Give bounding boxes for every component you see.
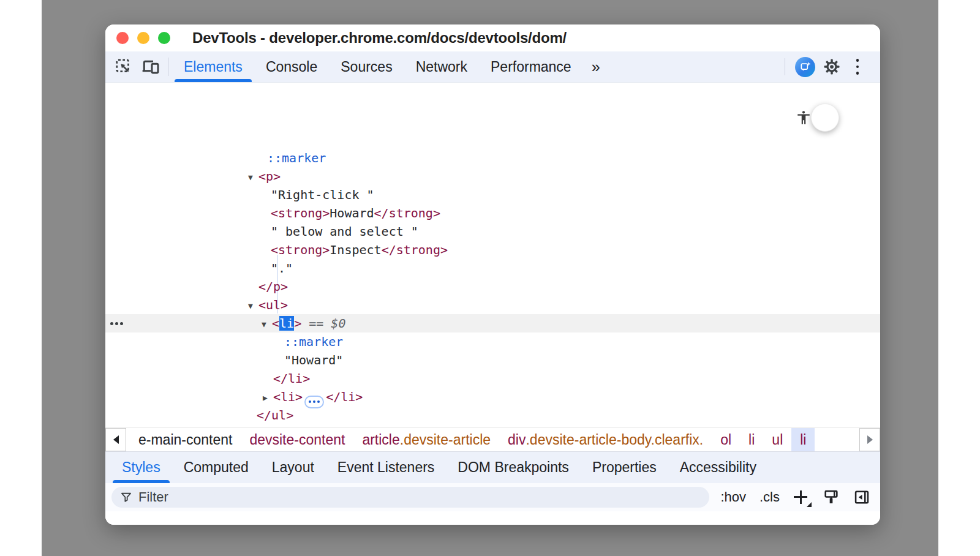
crumb-part-tag: li — [748, 432, 755, 448]
row-overflow-dots-icon — [110, 314, 123, 332]
accessibility-fab[interactable] — [811, 103, 839, 132]
tab-styles[interactable]: Styles — [110, 452, 172, 483]
sidebar-toggle-icon[interactable] — [853, 489, 870, 506]
crumb-part-tag: ul — [772, 432, 783, 448]
paint-roller-icon[interactable] — [823, 489, 840, 506]
tab-layout[interactable]: Layout — [260, 452, 326, 483]
node-segment-string: "Right-click " — [271, 187, 374, 202]
breadcrumb-item[interactable]: article.devsite-article — [353, 428, 499, 451]
breadcrumb-item[interactable]: ol — [712, 428, 740, 451]
element-classes-button[interactable]: .cls — [760, 489, 780, 505]
tab-network[interactable]: Network — [404, 51, 479, 82]
dom-tree-row[interactable]: </li> — [105, 369, 880, 388]
inspect-element-icon[interactable] — [110, 51, 137, 82]
expand-twisty-icon[interactable]: ▶ — [263, 389, 273, 407]
node-segment-pseudo: ::marker — [267, 151, 326, 165]
toolbar-right-divider — [785, 58, 785, 75]
dom-tree-row[interactable]: ::marker — [105, 332, 880, 351]
window-title: DevTools - developer.chrome.com/docs/dev… — [192, 29, 567, 47]
node-segment-tag: < — [272, 316, 279, 331]
collapse-twisty-icon[interactable]: ▼ — [248, 168, 258, 187]
dom-tree-row[interactable]: ::marker — [105, 149, 880, 167]
styles-filter-bar: :hov .cls — [105, 483, 880, 511]
dom-tree-panel: ::marker▼<p>"Right-click "<strong>Howard… — [105, 83, 880, 427]
node-segment-tag: <ul> — [258, 298, 288, 312]
crumb-part-tag: div — [508, 432, 526, 448]
dom-tree-row[interactable]: </ul> — [105, 406, 880, 424]
crumb-part-class: .devsite-article-body.clearfix. — [526, 432, 703, 448]
kebab-menu-icon[interactable] — [845, 54, 870, 80]
tab-computed[interactable]: Computed — [172, 452, 260, 483]
node-segment-text: Inspect — [330, 242, 381, 257]
devtools-toolbar: ElementsConsoleSourcesNetworkPerformance… — [105, 51, 880, 83]
tab-event-listeners[interactable]: Event Listeners — [326, 452, 447, 483]
tab-elements[interactable]: Elements — [172, 51, 254, 82]
dom-tree-row[interactable]: " below and select " — [105, 222, 880, 241]
ai-assistance-icon[interactable] — [795, 57, 815, 77]
node-segment-text: Howard — [330, 206, 374, 220]
collapse-twisty-icon[interactable]: ▼ — [262, 315, 272, 334]
breadcrumb-scroll-left-button[interactable] — [105, 428, 126, 451]
breadcrumb-item[interactable]: li — [740, 428, 763, 451]
panel-tabs: ElementsConsoleSourcesNetworkPerformance — [172, 51, 583, 82]
new-style-rule-icon[interactable] — [793, 489, 809, 505]
dom-tree-row[interactable]: <strong>Howard</strong> — [105, 204, 880, 222]
breadcrumb: e-main-contentdevsite-contentarticle.dev… — [105, 427, 880, 451]
maximize-window-button[interactable] — [158, 32, 170, 44]
toggle-element-state-button[interactable]: :hov — [720, 489, 746, 505]
node-segment-tag: </strong> — [382, 242, 448, 257]
dom-tree-row[interactable]: "." — [105, 259, 880, 277]
node-segment-tag: </li> — [273, 371, 310, 386]
devtools-window: DevTools - developer.chrome.com/docs/dev… — [105, 24, 880, 525]
styles-sidebar-tabs: StylesComputedLayoutEvent ListenersDOM B… — [105, 451, 880, 483]
right-arrow-icon — [867, 435, 873, 444]
crumb-part-tag: ol — [720, 432, 731, 448]
tab-console[interactable]: Console — [254, 51, 329, 82]
breadcrumb-item[interactable]: devsite-content — [241, 428, 353, 451]
dom-tree-row[interactable]: </p> — [105, 277, 880, 296]
breadcrumb-scroll-right-button[interactable] — [859, 428, 880, 451]
filter-input[interactable] — [138, 489, 701, 505]
close-window-button[interactable] — [116, 32, 129, 44]
titlebar: DevTools - developer.chrome.com/docs/dev… — [105, 24, 880, 51]
node-segment-tag: <strong> — [271, 242, 330, 257]
node-segment-tag: <li> — [273, 389, 303, 404]
dom-tree-row[interactable]: "Howard" — [105, 351, 880, 369]
node-segment-string: "Howard" — [284, 353, 343, 367]
dom-tree-row[interactable]: "Right-click " — [105, 186, 880, 204]
collapse-twisty-icon[interactable]: ▼ — [248, 297, 258, 315]
crumb-part-class: .devsite-article — [400, 432, 491, 448]
crumb-part-tag: article — [362, 432, 399, 448]
device-toolbar-icon[interactable] — [137, 51, 164, 82]
breadcrumb-item[interactable]: div.devsite-article-body.clearfix. — [499, 428, 712, 451]
breadcrumb-item[interactable]: e-main-content — [130, 428, 241, 451]
dom-tree-row[interactable]: ▼<ul> — [105, 296, 880, 314]
dom-tree-row[interactable]: <strong>Inspect</strong> — [105, 241, 880, 259]
toolbar-divider — [168, 58, 168, 76]
crumb-part-tag: li — [800, 432, 806, 448]
tab-accessibility[interactable]: Accessibility — [668, 452, 768, 483]
node-segment-string: " below and select " — [271, 224, 418, 239]
node-segment-tag: </strong> — [374, 206, 440, 220]
node-segment-selected-tag: li — [279, 316, 294, 331]
more-tabs-button[interactable]: » — [583, 51, 608, 82]
node-segment-pseudo: ::marker — [284, 334, 343, 349]
dom-tree-row[interactable]: ▼<p> — [105, 167, 880, 186]
filter-bar-controls: :hov .cls — [720, 489, 870, 506]
settings-gear-icon[interactable] — [819, 54, 845, 80]
breadcrumb-item-selected[interactable]: li — [791, 428, 815, 451]
tab-dom-breakpoints[interactable]: DOM Breakpoints — [446, 452, 581, 483]
filter-funnel-icon — [120, 491, 132, 503]
dom-tree-row[interactable]: ▶<li></li> — [105, 388, 880, 406]
tab-sources[interactable]: Sources — [329, 51, 404, 82]
breadcrumb-item[interactable]: ul — [763, 428, 791, 451]
node-segment-tag: </ul> — [257, 408, 293, 423]
filter-field[interactable] — [111, 487, 709, 508]
node-segment-tag: <p> — [258, 169, 281, 184]
minimize-window-button[interactable] — [137, 32, 149, 44]
node-segment-tag: <strong> — [271, 206, 330, 220]
dom-tree-row-selected[interactable]: ▼<li> == $0 — [105, 314, 880, 332]
tab-properties[interactable]: Properties — [581, 452, 668, 483]
tab-performance[interactable]: Performance — [479, 51, 583, 82]
window-bottom-padding — [105, 511, 880, 525]
